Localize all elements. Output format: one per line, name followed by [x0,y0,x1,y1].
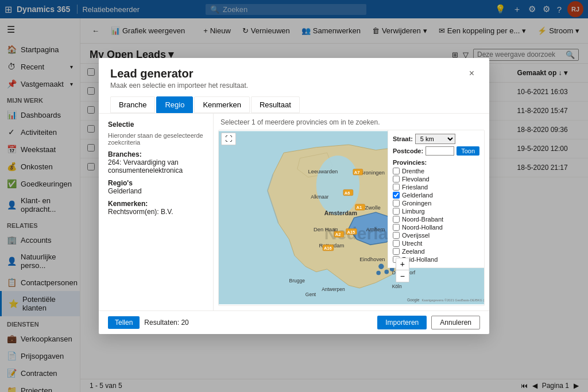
province-limburg-label: Limburg [402,208,425,215]
modal-footer-left: Tellen Resultaten: 20 [108,316,189,329]
selection-kenmerken: Kenmerken: Rechtsvorm(en): B.V. [108,200,204,216]
svg-text:Zwolle: Zwolle [365,204,381,211]
svg-text:Brugge: Brugge [289,278,305,284]
svg-text:Groningen: Groningen [359,169,385,176]
province-noord-brabant-checkbox[interactable] [393,216,400,223]
province-flevoland-checkbox[interactable] [393,176,400,183]
selection-description: Hieronder staan de geselecteerde zoekcri… [108,132,204,146]
provinces-label: Provincies: [393,159,479,166]
svg-text:Alkmaar: Alkmaar [311,194,328,200]
map-address-panel: Straat: 5 km 10 km 25 km Postcode: Toon [388,130,484,268]
svg-text:Amsterdam: Amsterdam [324,210,357,216]
straat-dropdown[interactable]: 5 km 10 km 25 km [415,134,455,144]
province-noord-brabant: Noord-Brabant [393,216,479,223]
province-overijssel: Overijssel [393,232,479,239]
svg-text:Leeuwarden: Leeuwarden [308,168,338,174]
zoom-out-button[interactable]: − [396,270,409,282]
svg-text:A1: A1 [356,205,362,210]
selection-heading: Selectie [108,121,204,129]
svg-text:A15: A15 [347,230,355,235]
tab-resultaat[interactable]: Resultaat [251,96,300,113]
selection-branches: Branches: 264: Vervaardiging van consume… [108,150,204,174]
province-gelderland-label: Gelderland [402,192,433,199]
province-groningen-checkbox[interactable] [393,200,400,207]
modal-body: Selectie Hieronder staan de geselecteerd… [99,114,489,311]
svg-point-32 [378,264,384,269]
province-drenthe: Drenthe [393,168,479,174]
tab-branche[interactable]: Branche [110,96,155,113]
postcode-label: Postcode: [393,148,423,154]
tab-kenmerken[interactable]: Kenmerken [194,96,249,113]
province-utrecht: Utrecht [393,240,479,247]
svg-text:Kaartgegevens ©2021 GeoBasis-D: Kaartgegevens ©2021 GeoBasis-DE/BKG (©20… [422,299,484,302]
provinces-panel: Provincies: Drenthe Flevoland [393,159,479,263]
province-gelderland-checkbox[interactable] [393,192,400,199]
province-utrecht-label: Utrecht [402,240,422,247]
province-zeeland-label: Zeeland [402,248,425,255]
svg-text:Google: Google [407,298,420,303]
tab-regio[interactable]: Regio [156,96,193,113]
modal-left-panel: Selectie Hieronder staan de geselecteerd… [99,114,214,311]
province-friesland: Friesland [393,184,479,191]
province-groningen: Groningen [393,200,479,207]
toon-button[interactable]: Toon [457,146,479,156]
province-limburg-checkbox[interactable] [393,208,400,215]
straat-row: Straat: 5 km 10 km 25 km [393,134,479,144]
postcode-input[interactable] [425,146,454,156]
results-count: Resultaten: 20 [144,319,188,327]
province-groningen-label: Groningen [402,200,431,207]
province-friesland-label: Friesland [402,184,428,191]
annuleren-button[interactable]: Annuleren [431,316,480,329]
modal-title: Lead generator [110,67,248,80]
province-overijssel-label: Overijssel [402,232,430,239]
province-flevoland-label: Flevoland [402,176,430,183]
svg-point-1 [316,156,359,215]
map-zoom-controls: + − [396,258,409,282]
selection-regio: Regio's Gelderland [108,179,204,195]
zoom-in-button[interactable]: + [396,258,409,270]
province-zeeland-checkbox[interactable] [393,248,400,255]
province-drenthe-label: Drenthe [402,168,424,174]
province-utrecht-checkbox[interactable] [393,240,400,247]
svg-text:A7: A7 [354,170,360,175]
svg-point-35 [376,271,381,275]
straat-label: Straat: [393,135,413,142]
province-noord-brabant-label: Noord-Brabant [402,216,443,223]
map-instruction: Selecteer 1 of meerdere provincies om in… [218,118,485,126]
province-drenthe-checkbox[interactable] [393,168,400,174]
modal-right-panel: Selecteer 1 of meerdere provincies om in… [214,114,489,311]
netherlands-map: Groningen Leeuwarden Alkmaar Amsterdam D… [218,130,485,306]
province-noord-holland-checkbox[interactable] [393,224,400,231]
province-friesland-checkbox[interactable] [393,184,400,191]
svg-text:Antwerpen: Antwerpen [322,286,345,292]
province-noord-holland: Noord-Holland [393,224,479,231]
province-flevoland: Flevoland [393,176,479,183]
svg-text:A2: A2 [335,232,341,238]
svg-text:A6: A6 [345,191,350,196]
modal-tabs: Branche Regio Kenmerken Resultaat [99,92,489,114]
modal-header: Lead generator Maak een selectie en impo… [99,58,489,92]
province-overijssel-checkbox[interactable] [393,232,400,239]
postcode-row: Postcode: Toon [393,146,479,156]
modal-overlay: Lead generator Maak een selectie en impo… [0,0,588,392]
map-expand-button[interactable]: ⛶ [221,133,236,145]
province-gelderland: Gelderland [393,192,479,199]
modal-footer-right: Importeren Annuleren [377,316,480,329]
modal-close-button[interactable]: × [466,67,478,80]
importeren-button[interactable]: Importeren [377,316,427,329]
svg-text:Eindhoven: Eindhoven [359,256,385,262]
modal-subtitle: Maak een selectie en importeer het resul… [110,81,248,90]
svg-text:Köln: Köln [392,284,402,289]
svg-point-33 [385,270,389,274]
svg-text:A16: A16 [324,246,332,251]
tellen-button[interactable]: Tellen [108,316,140,329]
svg-text:Gent: Gent [305,292,316,297]
lead-generator-modal: Lead generator Maak een selectie en impo… [99,58,489,334]
province-limburg: Limburg [393,208,479,215]
province-zeeland: Zeeland [393,248,479,255]
province-noord-holland-label: Noord-Holland [402,224,443,231]
modal-footer: Tellen Resultaten: 20 Importeren Annuler… [99,311,489,334]
